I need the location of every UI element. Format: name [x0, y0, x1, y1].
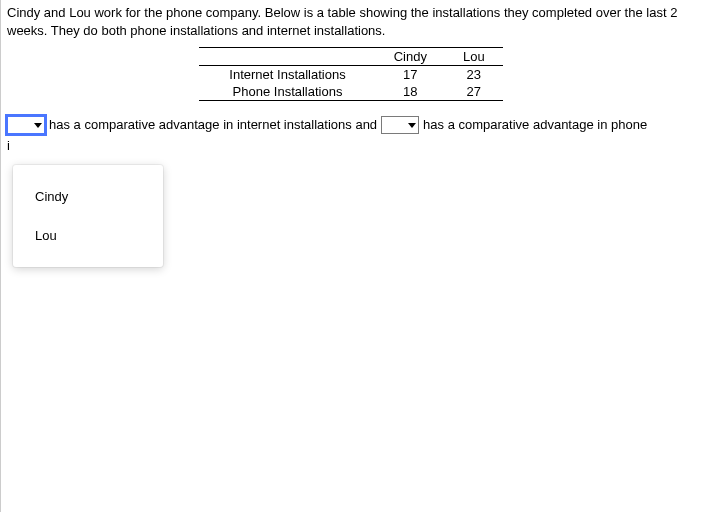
- chevron-down-icon: [408, 123, 416, 128]
- dropdown-1[interactable]: [7, 116, 45, 134]
- installations-table: Cindy Lou Internet Installations 17 23 P…: [199, 47, 502, 101]
- dropdown-2[interactable]: [381, 116, 419, 134]
- sentence-trailing: i: [7, 138, 695, 153]
- cell-phone-lou: 27: [445, 83, 503, 101]
- dropdown-option-lou[interactable]: Lou: [13, 216, 163, 255]
- data-table-wrap: Cindy Lou Internet Installations 17 23 P…: [7, 47, 695, 101]
- sentence-seg-2: has a comparative advantage in phone: [423, 115, 647, 136]
- cell-phone-cindy: 18: [376, 83, 445, 101]
- dropdown-1-menu[interactable]: Cindy Lou: [13, 165, 163, 267]
- problem-intro: Cindy and Lou work for the phone company…: [7, 4, 695, 39]
- col-header-cindy: Cindy: [376, 48, 445, 66]
- row-label-internet: Internet Installations: [199, 66, 375, 84]
- cell-internet-cindy: 17: [376, 66, 445, 84]
- sentence-seg-1: has a comparative advantage in internet …: [49, 115, 377, 136]
- chevron-down-icon: [34, 123, 42, 128]
- row-label-phone: Phone Installations: [199, 83, 375, 101]
- cell-internet-lou: 23: [445, 66, 503, 84]
- col-header-lou: Lou: [445, 48, 503, 66]
- dropdown-option-cindy[interactable]: Cindy: [13, 177, 163, 216]
- answer-sentence: has a comparative advantage in internet …: [7, 115, 695, 136]
